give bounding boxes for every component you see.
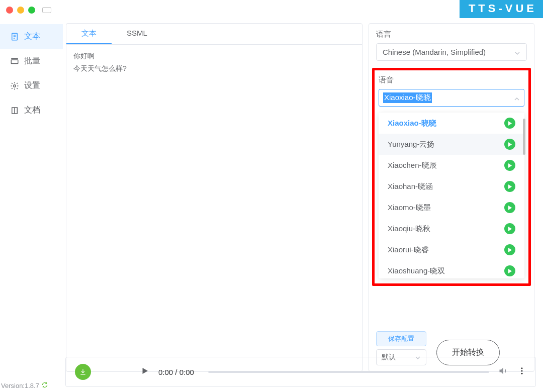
scrollbar[interactable] bbox=[523, 119, 525, 155]
minimize-window-button[interactable] bbox=[17, 7, 24, 14]
refresh-icon[interactable] bbox=[41, 381, 48, 390]
voice-option-label: Xiaohan-晓涵 bbox=[388, 182, 433, 191]
tray-icon bbox=[10, 57, 19, 66]
chevron-down-icon bbox=[514, 49, 520, 55]
sidebar-item-label: 设置 bbox=[24, 80, 40, 91]
config-panel: 语言 Chinese (Mandarin, Simplified) 语音 Xia… bbox=[369, 23, 534, 372]
voice-section-highlight: 语音 Xiaoxiao-晓晓 Xiaoxiao-晓晓 Yunyang-云扬 bbox=[372, 68, 531, 286]
sidebar-item-text[interactable]: 文本 bbox=[0, 24, 63, 49]
book-icon bbox=[10, 106, 19, 115]
sidebar-item-label: 批量 bbox=[24, 56, 40, 66]
document-icon bbox=[10, 32, 19, 41]
voice-option-label: Xiaoxiao-晓晓 bbox=[388, 119, 436, 128]
voice-option-label: Xiaochen-晓辰 bbox=[388, 161, 437, 170]
voice-option[interactable]: Xiaoqiu-晓秋 bbox=[379, 218, 524, 239]
voice-option-label: Yunyang-云扬 bbox=[388, 140, 434, 149]
play-preview-button[interactable] bbox=[504, 244, 515, 255]
play-preview-button[interactable] bbox=[504, 139, 515, 150]
voice-option[interactable]: Xiaoshuang-晓双 bbox=[379, 260, 524, 278]
language-value: Chinese (Mandarin, Simplified) bbox=[383, 48, 486, 56]
voice-option[interactable]: Xiaomo-晓墨 bbox=[379, 197, 524, 218]
editor-tabs: 文本 SSML bbox=[66, 24, 362, 45]
download-button[interactable] bbox=[75, 364, 91, 380]
voice-option-label: Xiaoshuang-晓双 bbox=[388, 266, 445, 276]
tab-ssml[interactable]: SSML bbox=[112, 24, 162, 44]
voice-option[interactable]: Xiaochen-晓辰 bbox=[379, 155, 524, 176]
close-window-button[interactable] bbox=[6, 7, 13, 14]
sidebar: 文本 批量 设置 文档 bbox=[0, 20, 63, 372]
svg-point-11 bbox=[521, 373, 523, 374]
play-preview-button[interactable] bbox=[504, 118, 515, 129]
voice-option-label: Xiaoqiu-晓秋 bbox=[388, 224, 430, 234]
voice-select[interactable]: Xiaoxiao-晓晓 bbox=[379, 89, 524, 107]
voice-option-label: Xiaorui-晓睿 bbox=[388, 245, 429, 255]
play-icon[interactable] bbox=[140, 366, 149, 377]
save-config-button[interactable]: 保存配置 bbox=[376, 331, 426, 346]
sidebar-item-settings[interactable]: 设置 bbox=[0, 73, 63, 98]
play-preview-button[interactable] bbox=[504, 223, 515, 234]
voice-label: 语音 bbox=[379, 75, 524, 85]
voice-option[interactable]: Xiaorui-晓睿 bbox=[379, 239, 524, 260]
version-label: Version:1.8.7 bbox=[1, 381, 48, 390]
more-icon[interactable] bbox=[517, 366, 526, 377]
voice-option[interactable]: Xiaoxiao-晓晓 bbox=[379, 113, 524, 134]
sidebar-item-docs[interactable]: 文档 bbox=[0, 98, 63, 123]
window-icon bbox=[42, 7, 51, 13]
voice-input-value: Xiaoxiao-晓晓 bbox=[383, 92, 432, 103]
maximize-window-button[interactable] bbox=[28, 7, 35, 14]
play-preview-button[interactable] bbox=[504, 181, 515, 192]
tab-text[interactable]: 文本 bbox=[66, 24, 112, 44]
audio-player: 0:00 / 0:00 bbox=[65, 357, 536, 387]
sidebar-item-label: 文本 bbox=[24, 31, 40, 42]
gear-icon bbox=[10, 81, 19, 90]
voice-option[interactable]: Xiaohan-晓涵 bbox=[379, 176, 524, 197]
time-display: 0:00 / 0:00 bbox=[158, 368, 194, 376]
volume-icon[interactable] bbox=[498, 366, 508, 378]
voice-option[interactable]: Yunyang-云扬 bbox=[379, 134, 524, 155]
editor-panel: 文本 SSML 你好啊 今天天气怎么样? bbox=[66, 23, 363, 372]
language-label: 语言 bbox=[376, 30, 527, 39]
play-preview-button[interactable] bbox=[504, 202, 515, 213]
svg-point-9 bbox=[521, 367, 523, 369]
text-input[interactable]: 你好啊 今天天气怎么样? bbox=[66, 45, 362, 371]
play-preview-button[interactable] bbox=[504, 265, 515, 276]
progress-bar[interactable] bbox=[208, 371, 489, 373]
svg-point-10 bbox=[521, 370, 523, 372]
sidebar-item-label: 文档 bbox=[24, 105, 40, 116]
svg-rect-4 bbox=[11, 60, 18, 64]
play-preview-button[interactable] bbox=[504, 160, 515, 171]
sidebar-item-batch[interactable]: 批量 bbox=[0, 49, 63, 73]
svg-point-6 bbox=[14, 84, 16, 87]
app-brand: TTS-VUE bbox=[460, 0, 543, 18]
voice-dropdown: Xiaoxiao-晓晓 Yunyang-云扬 Xiaochen-晓辰 Xiaoh… bbox=[379, 113, 524, 278]
voice-option-label: Xiaomo-晓墨 bbox=[388, 203, 431, 213]
language-select[interactable]: Chinese (Mandarin, Simplified) bbox=[376, 43, 527, 61]
chevron-up-icon bbox=[514, 95, 520, 101]
